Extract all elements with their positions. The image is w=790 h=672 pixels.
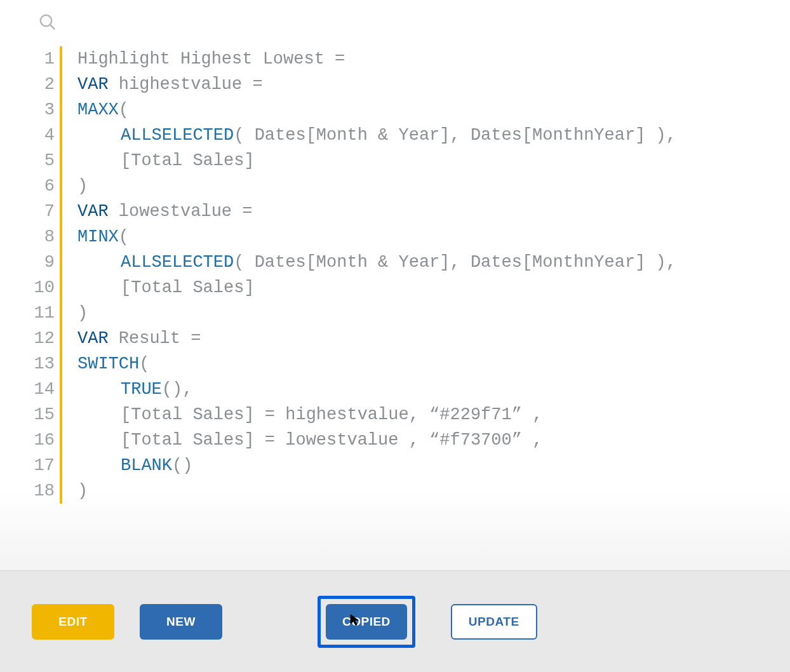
identifier: highestvalue bbox=[285, 405, 408, 424]
footer-toolbar: EDIT NEW COPIED UPDATE bbox=[0, 570, 790, 672]
code-line: 3 MAXX( bbox=[25, 97, 790, 123]
column-ref: Dates[Month & Year] bbox=[255, 253, 450, 272]
identifier: highestvalue bbox=[119, 75, 253, 94]
code-line: 2 VAR highestvalue = bbox=[25, 72, 790, 97]
measure-ref: [Total Sales] bbox=[121, 151, 255, 170]
line-number: 9 bbox=[25, 250, 60, 275]
app-root: 1 Highlight Highest Lowest = 2 VAR highe… bbox=[0, 0, 790, 672]
code-line: 14 TRUE(), bbox=[25, 377, 790, 402]
column-ref: Dates[MonthnYear] bbox=[471, 253, 645, 272]
line-number: 15 bbox=[25, 402, 60, 427]
copied-button-highlight: COPIED bbox=[318, 596, 415, 648]
line-number: 17 bbox=[25, 453, 60, 478]
update-button[interactable]: UPDATE bbox=[451, 604, 537, 640]
function-maxx: MAXX bbox=[77, 100, 119, 119]
function-switch: SWITCH bbox=[77, 354, 139, 373]
line-number: 8 bbox=[25, 224, 60, 250]
function-allselected: ALLSELECTED bbox=[121, 253, 234, 272]
paren-close: ) bbox=[77, 177, 88, 196]
code-line: 5 [Total Sales] bbox=[25, 148, 790, 173]
paren-open: ( bbox=[119, 100, 129, 119]
measure-ref: [Total Sales] bbox=[121, 278, 255, 297]
string-literal: “#229f71” bbox=[429, 405, 532, 424]
line-number: 11 bbox=[25, 300, 60, 326]
line-number: 2 bbox=[25, 72, 60, 97]
line-number: 1 bbox=[25, 46, 60, 72]
line-number: 4 bbox=[25, 123, 60, 148]
keyword-var: VAR bbox=[77, 202, 109, 221]
column-ref: Dates[MonthnYear] bbox=[471, 126, 645, 145]
code-line: 8 MINX( bbox=[25, 224, 790, 250]
line-number: 16 bbox=[25, 427, 60, 453]
svg-point-0 bbox=[41, 15, 52, 27]
paren-close: ) bbox=[77, 304, 88, 323]
measure-ref: [Total Sales] bbox=[121, 405, 255, 424]
function-allselected: ALLSELECTED bbox=[121, 126, 234, 145]
code-line: 12 VAR Result = bbox=[25, 326, 790, 351]
code-line: 15 [Total Sales] = highestvalue, “#229f7… bbox=[25, 402, 790, 427]
function-minx: MINX bbox=[77, 227, 119, 246]
copied-button[interactable]: COPIED bbox=[326, 604, 407, 640]
new-button[interactable]: NEW bbox=[140, 604, 222, 640]
keyword-var: VAR bbox=[77, 75, 109, 94]
line-number: 3 bbox=[25, 97, 60, 123]
column-ref: Dates[Month & Year] bbox=[255, 126, 450, 145]
line-number: 7 bbox=[25, 199, 60, 224]
code-line: 13 SWITCH( bbox=[25, 351, 790, 377]
code-editor[interactable]: 1 Highlight Highest Lowest = 2 VAR highe… bbox=[0, 40, 790, 570]
line-number: 18 bbox=[25, 478, 60, 504]
measure-name: Highlight Highest Lowest bbox=[77, 50, 335, 69]
identifier: lowestvalue bbox=[285, 431, 408, 450]
identifier: Result bbox=[119, 329, 191, 348]
function-true: TRUE bbox=[121, 380, 162, 399]
code-line: 10 [Total Sales] bbox=[25, 275, 790, 300]
paren-close: ) bbox=[77, 481, 88, 501]
code-line: 18 ) bbox=[25, 478, 790, 504]
line-number: 12 bbox=[25, 326, 60, 351]
line-number: 6 bbox=[25, 173, 60, 199]
string-literal: “#f73700” bbox=[429, 431, 532, 450]
svg-line-1 bbox=[50, 25, 55, 30]
equals: = bbox=[335, 50, 345, 69]
code-line: 4 ALLSELECTED( Dates[Month & Year], Date… bbox=[25, 123, 790, 148]
edit-button[interactable]: EDIT bbox=[32, 604, 114, 640]
function-blank: BLANK bbox=[121, 456, 172, 475]
keyword-var: VAR bbox=[77, 329, 109, 348]
search-icon[interactable] bbox=[38, 24, 57, 35]
line-number: 10 bbox=[25, 275, 60, 300]
measure-ref: [Total Sales] bbox=[121, 431, 255, 450]
line-number: 14 bbox=[25, 377, 60, 402]
code-line: 16 [Total Sales] = lowestvalue , “#f7370… bbox=[25, 427, 790, 453]
equals: = bbox=[252, 75, 262, 94]
code-line: 11 ) bbox=[25, 300, 790, 326]
code-line: 6 ) bbox=[25, 173, 790, 199]
code-line: 7 VAR lowestvalue = bbox=[25, 199, 790, 224]
code-line: 1 Highlight Highest Lowest = bbox=[25, 46, 790, 72]
line-number: 13 bbox=[25, 351, 60, 377]
line-number: 5 bbox=[25, 148, 60, 173]
top-bar bbox=[0, 0, 790, 40]
code-line: 17 BLANK() bbox=[25, 453, 790, 478]
code-line: 9 ALLSELECTED( Dates[Month & Year], Date… bbox=[25, 250, 790, 275]
identifier: lowestvalue bbox=[119, 202, 242, 221]
